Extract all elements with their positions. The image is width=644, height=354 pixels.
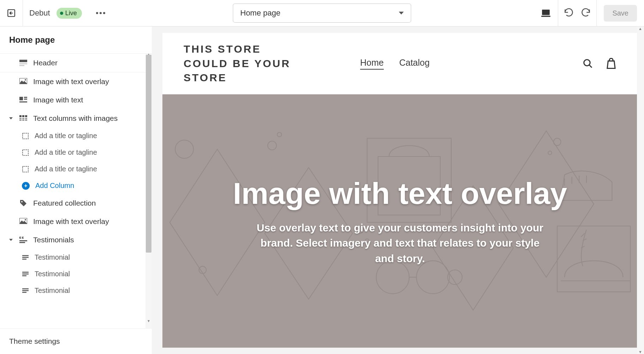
placeholder-icon xyxy=(22,166,29,173)
block-label: Testimonial xyxy=(35,270,70,278)
store-title: THIS STORE COULD BE YOUR STORE xyxy=(184,42,297,85)
section-featured-collection[interactable]: Featured collection xyxy=(0,194,152,212)
more-button[interactable] xyxy=(96,12,105,14)
svg-rect-22 xyxy=(23,150,28,155)
scroll-thumb[interactable] xyxy=(146,55,151,253)
svg-rect-5 xyxy=(19,65,24,66)
text-icon xyxy=(22,254,29,261)
redo-icon xyxy=(581,7,591,17)
svg-rect-20 xyxy=(25,120,27,120)
history-group xyxy=(558,0,597,26)
svg-rect-33 xyxy=(22,273,29,275)
store-header: THIS STORE COULD BE YOUR STORE Home Cata… xyxy=(162,33,638,94)
back-button[interactable] xyxy=(0,0,23,26)
search-icon[interactable] xyxy=(583,58,593,69)
svg-point-41 xyxy=(268,141,276,150)
svg-rect-32 xyxy=(22,272,29,273)
svg-rect-30 xyxy=(22,257,29,258)
svg-rect-36 xyxy=(22,290,29,291)
plus-circle-icon: + xyxy=(22,182,30,190)
save-button[interactable]: Save xyxy=(604,5,637,22)
section-header[interactable]: Header xyxy=(0,54,152,72)
svg-rect-17 xyxy=(25,118,27,119)
svg-rect-15 xyxy=(19,118,22,119)
sidebar: Home page Header Image with text overlay xyxy=(0,26,152,354)
theme-name: Debut xyxy=(23,8,56,18)
section-label: Featured collection xyxy=(33,199,96,207)
add-column-button[interactable]: + Add Column xyxy=(0,177,152,194)
block-placeholder[interactable]: Add a title or tagline xyxy=(0,128,152,144)
block-label: Add a title or tagline xyxy=(35,132,97,140)
hero-section: Image with text overlay Use overlay text… xyxy=(162,94,638,348)
section-label: Testimonials xyxy=(33,236,74,244)
block-testimonial[interactable]: Testimonial xyxy=(0,266,152,282)
chevron-down-icon xyxy=(399,12,404,14)
scrollbar[interactable]: ▲ ▼ xyxy=(145,54,152,328)
section-label: Image with text overlay xyxy=(33,217,109,226)
preview-scrollbar[interactable]: ▲ ▼ xyxy=(637,26,644,354)
svg-rect-3 xyxy=(19,60,27,62)
svg-rect-16 xyxy=(22,118,24,119)
svg-rect-18 xyxy=(19,120,22,120)
image-overlay-icon xyxy=(19,217,28,226)
svg-rect-28 xyxy=(19,242,25,243)
theme-settings-button[interactable]: Theme settings xyxy=(0,328,152,354)
store-actions xyxy=(583,58,616,69)
live-dot-icon xyxy=(60,12,63,15)
svg-rect-34 xyxy=(22,275,26,276)
block-placeholder[interactable]: Add a title or tagline xyxy=(0,161,152,177)
svg-rect-23 xyxy=(23,166,28,172)
topbar-right: Save xyxy=(533,0,644,26)
section-image-text-overlay[interactable]: Image with text overlay xyxy=(0,212,152,231)
sidebar-scroll[interactable]: Header Image with text overlay Image wit… xyxy=(0,54,152,328)
svg-point-38 xyxy=(584,60,590,66)
section-image-text[interactable]: Image with text xyxy=(0,91,152,109)
store-nav: Home Catalog xyxy=(360,58,430,70)
svg-rect-9 xyxy=(19,101,27,102)
svg-rect-14 xyxy=(25,115,27,117)
dot-icon xyxy=(96,12,98,14)
svg-point-26 xyxy=(25,219,26,220)
svg-rect-2 xyxy=(541,16,550,17)
block-label: Testimonial xyxy=(35,253,70,261)
page-select-label: Home page xyxy=(240,8,399,18)
live-badge: Live xyxy=(56,8,82,19)
svg-rect-10 xyxy=(24,97,27,98)
block-placeholder[interactable]: Add a title or tagline xyxy=(0,144,152,161)
svg-rect-1 xyxy=(542,10,550,15)
text-icon xyxy=(22,287,29,294)
dot-icon xyxy=(100,12,102,14)
svg-rect-12 xyxy=(19,115,22,117)
placeholder-icon xyxy=(22,132,29,140)
nav-catalog[interactable]: Catalog xyxy=(399,58,430,70)
block-label: Add a title or tagline xyxy=(35,165,97,173)
svg-point-24 xyxy=(21,201,23,202)
section-image-text-overlay[interactable]: Image with text overlay xyxy=(0,72,152,91)
desktop-preview-button[interactable] xyxy=(533,0,558,26)
section-testimonials[interactable]: Testimonials xyxy=(0,231,152,249)
nav-home[interactable]: Home xyxy=(360,58,384,70)
svg-rect-19 xyxy=(22,120,24,120)
desktop-icon xyxy=(541,9,550,17)
undo-button[interactable] xyxy=(564,7,574,19)
quote-icon xyxy=(19,236,28,244)
block-testimonial[interactable]: Testimonial xyxy=(0,282,152,299)
scroll-up-icon: ▲ xyxy=(638,26,642,31)
block-label: Add Column xyxy=(35,182,74,190)
block-testimonial[interactable]: Testimonial xyxy=(0,249,152,266)
tag-icon xyxy=(19,199,28,207)
svg-rect-51 xyxy=(557,226,630,291)
block-label: Add a title or tagline xyxy=(35,148,97,157)
svg-rect-35 xyxy=(22,288,29,289)
page-select[interactable]: Home page xyxy=(233,4,411,23)
image-overlay-icon xyxy=(19,77,28,86)
svg-point-46 xyxy=(554,138,561,146)
cart-icon[interactable] xyxy=(606,58,616,69)
dot-icon xyxy=(103,12,105,14)
section-text-columns[interactable]: Text columns with images xyxy=(0,109,152,128)
svg-rect-29 xyxy=(22,255,29,256)
svg-point-47 xyxy=(548,151,551,154)
preview-frame: THIS STORE COULD BE YOUR STORE Home Cata… xyxy=(162,33,638,348)
text-icon xyxy=(22,271,29,278)
redo-button[interactable] xyxy=(581,7,591,19)
